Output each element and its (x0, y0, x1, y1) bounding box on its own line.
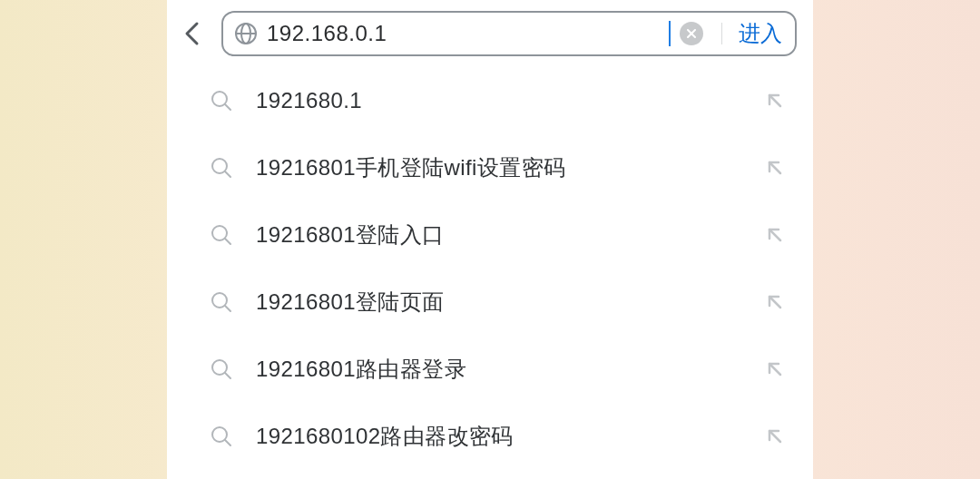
clear-button[interactable] (680, 22, 703, 45)
close-icon (686, 28, 697, 39)
suggestion-text: 19216801路由器登录 (256, 355, 764, 384)
address-bar-row: 192.168.0.1 进入 (167, 0, 813, 67)
go-button[interactable]: 进入 (739, 19, 789, 48)
suggestion-list: 1921680.1 19216801手机登陆wifi设置密码 19216801登… (167, 67, 813, 479)
suggestion-text: 19216801手机登陆wifi设置密码 (256, 153, 764, 182)
svg-line-9 (225, 171, 230, 177)
search-icon (211, 224, 232, 246)
back-button[interactable] (172, 14, 212, 54)
suggestion-item[interactable]: 19216801路由器登录 (167, 336, 813, 403)
svg-line-15 (225, 306, 230, 311)
insert-arrow-icon[interactable] (764, 425, 786, 447)
suggestion-item[interactable]: 19216801登陆页面 (167, 269, 813, 336)
search-icon (211, 157, 232, 179)
svg-line-18 (225, 373, 230, 378)
divider (721, 23, 723, 44)
insert-arrow-icon[interactable] (764, 224, 786, 246)
suggestion-text: 19216801登陆页面 (256, 288, 764, 317)
svg-line-21 (225, 440, 230, 445)
chevron-left-icon (183, 21, 201, 46)
address-input[interactable]: 192.168.0.1 (267, 21, 671, 46)
svg-line-22 (769, 431, 780, 442)
suggestion-item[interactable]: 19216801登陆入口 (167, 201, 813, 269)
svg-line-19 (769, 364, 780, 375)
svg-line-16 (769, 297, 780, 308)
suggestion-text: 1921680.1 (256, 88, 764, 113)
globe-icon (234, 22, 258, 45)
svg-line-12 (225, 239, 230, 244)
search-icon (211, 90, 232, 112)
insert-arrow-icon[interactable] (764, 90, 786, 112)
svg-line-13 (769, 230, 780, 240)
svg-line-10 (769, 162, 780, 173)
search-icon (211, 291, 232, 313)
insert-arrow-icon[interactable] (764, 157, 786, 179)
insert-arrow-icon[interactable] (764, 291, 786, 313)
suggestion-text: 1921680102路由器改密码 (256, 422, 764, 451)
suggestion-item[interactable]: 19216801手机登陆wifi设置密码 (167, 134, 813, 201)
suggestion-text: 19216801登陆入口 (256, 220, 764, 249)
svg-line-6 (225, 104, 230, 110)
suggestion-item[interactable]: 1921680102路由器改密码 (167, 403, 813, 470)
browser-panel: 192.168.0.1 进入 1921680.1 (167, 0, 813, 479)
insert-arrow-icon[interactable] (764, 358, 786, 380)
search-icon (211, 358, 232, 380)
search-icon (211, 425, 232, 447)
suggestion-item[interactable]: 1921680.1 (167, 67, 813, 134)
address-bar[interactable]: 192.168.0.1 进入 (221, 11, 797, 56)
svg-line-7 (769, 95, 780, 106)
